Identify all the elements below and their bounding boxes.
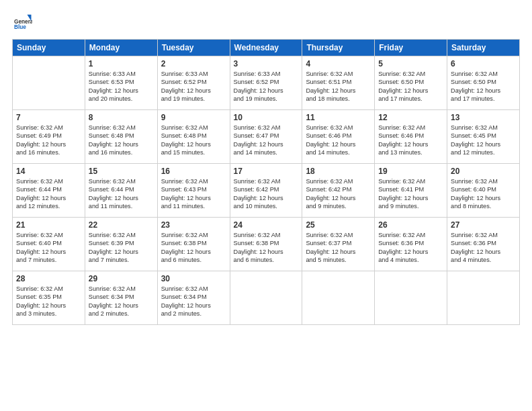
cell-date: 17 [234, 167, 299, 176]
day-header-thursday: Thursday [302, 40, 375, 56]
cell-info: Sunrise: 6:33 AM Sunset: 6:52 PM Dayligh… [234, 70, 299, 103]
cell-date: 13 [451, 113, 516, 122]
cell-info: Sunrise: 6:32 AM Sunset: 6:36 PM Dayligh… [378, 231, 443, 265]
cell-info: Sunrise: 6:32 AM Sunset: 6:43 PM Dayligh… [161, 177, 226, 211]
cell-info: Sunrise: 6:32 AM Sunset: 6:47 PM Dayligh… [234, 124, 299, 157]
cell-info: Sunrise: 6:32 AM Sunset: 6:42 PM Dayligh… [234, 177, 299, 211]
calendar-cell: 12Sunrise: 6:32 AM Sunset: 6:46 PM Dayli… [375, 110, 447, 164]
cell-info: Sunrise: 6:32 AM Sunset: 6:40 PM Dayligh… [451, 177, 516, 211]
cell-date: 10 [234, 113, 299, 122]
calendar-cell: 22Sunrise: 6:32 AM Sunset: 6:39 PM Dayli… [85, 218, 157, 271]
calendar-week-4: 21Sunrise: 6:32 AM Sunset: 6:40 PM Dayli… [13, 218, 520, 271]
day-header-tuesday: Tuesday [157, 40, 230, 56]
calendar-cell: 4Sunrise: 6:32 AM Sunset: 6:51 PM Daylig… [302, 56, 375, 110]
calendar-cell: 15Sunrise: 6:32 AM Sunset: 6:44 PM Dayli… [85, 164, 157, 218]
day-header-wednesday: Wednesday [230, 40, 302, 56]
logo-icon: General Blue [12, 12, 32, 32]
calendar-cell: 10Sunrise: 6:32 AM Sunset: 6:47 PM Dayli… [230, 110, 302, 164]
calendar-cell [230, 271, 302, 325]
day-header-monday: Monday [85, 40, 157, 56]
cell-info: Sunrise: 6:32 AM Sunset: 6:38 PM Dayligh… [161, 231, 226, 265]
calendar-cell: 16Sunrise: 6:32 AM Sunset: 6:43 PM Dayli… [157, 164, 230, 218]
cell-info: Sunrise: 6:32 AM Sunset: 6:46 PM Dayligh… [306, 124, 371, 157]
cell-info: Sunrise: 6:32 AM Sunset: 6:49 PM Dayligh… [16, 124, 81, 157]
cell-date: 18 [306, 167, 371, 176]
calendar-cell: 25Sunrise: 6:32 AM Sunset: 6:37 PM Dayli… [302, 218, 375, 271]
cell-info: Sunrise: 6:32 AM Sunset: 6:48 PM Dayligh… [89, 124, 154, 157]
cell-date: 7 [16, 113, 81, 122]
cell-date: 27 [451, 220, 516, 230]
calendar-cell: 2Sunrise: 6:33 AM Sunset: 6:52 PM Daylig… [157, 56, 230, 110]
cell-info: Sunrise: 6:33 AM Sunset: 6:52 PM Dayligh… [161, 70, 226, 103]
cell-date: 24 [234, 220, 299, 230]
cell-date: 8 [89, 113, 154, 122]
cell-date: 19 [378, 167, 443, 176]
calendar-cell: 19Sunrise: 6:32 AM Sunset: 6:41 PM Dayli… [375, 164, 447, 218]
cell-info: Sunrise: 6:32 AM Sunset: 6:35 PM Dayligh… [16, 285, 81, 318]
cell-info: Sunrise: 6:32 AM Sunset: 6:40 PM Dayligh… [16, 231, 81, 265]
cell-date: 15 [89, 167, 154, 176]
cell-date: 21 [16, 220, 81, 230]
cell-info: Sunrise: 6:32 AM Sunset: 6:46 PM Dayligh… [378, 124, 443, 157]
calendar-cell [302, 271, 375, 325]
cell-date: 12 [378, 113, 443, 122]
calendar-week-3: 14Sunrise: 6:32 AM Sunset: 6:44 PM Dayli… [13, 164, 520, 218]
calendar-cell: 6Sunrise: 6:32 AM Sunset: 6:50 PM Daylig… [447, 56, 520, 110]
cell-date: 3 [234, 59, 299, 68]
calendar-cell [13, 56, 85, 110]
cell-date: 2 [161, 59, 226, 68]
calendar-week-5: 28Sunrise: 6:32 AM Sunset: 6:35 PM Dayli… [13, 271, 520, 325]
day-header-saturday: Saturday [447, 40, 520, 56]
calendar-cell: 5Sunrise: 6:32 AM Sunset: 6:50 PM Daylig… [375, 56, 447, 110]
calendar-week-2: 7Sunrise: 6:32 AM Sunset: 6:49 PM Daylig… [13, 110, 520, 164]
cell-date: 9 [161, 113, 226, 122]
calendar-cell: 9Sunrise: 6:32 AM Sunset: 6:48 PM Daylig… [157, 110, 230, 164]
svg-text:Blue: Blue [14, 24, 26, 30]
cell-date: 30 [161, 274, 226, 283]
calendar-cell: 20Sunrise: 6:32 AM Sunset: 6:40 PM Dayli… [447, 164, 520, 218]
cell-date: 14 [16, 167, 81, 176]
cell-date: 11 [306, 113, 371, 122]
cell-date: 16 [161, 167, 226, 176]
cell-info: Sunrise: 6:32 AM Sunset: 6:42 PM Dayligh… [306, 177, 371, 211]
calendar-cell: 23Sunrise: 6:32 AM Sunset: 6:38 PM Dayli… [157, 218, 230, 271]
calendar-cell: 11Sunrise: 6:32 AM Sunset: 6:46 PM Dayli… [302, 110, 375, 164]
cell-info: Sunrise: 6:32 AM Sunset: 6:37 PM Dayligh… [306, 231, 371, 265]
cell-info: Sunrise: 6:32 AM Sunset: 6:44 PM Dayligh… [16, 177, 81, 211]
cell-info: Sunrise: 6:32 AM Sunset: 6:38 PM Dayligh… [234, 231, 299, 265]
calendar-cell: 21Sunrise: 6:32 AM Sunset: 6:40 PM Dayli… [13, 218, 85, 271]
calendar-cell: 17Sunrise: 6:32 AM Sunset: 6:42 PM Dayli… [230, 164, 302, 218]
cell-date: 23 [161, 220, 226, 230]
calendar-header-row: SundayMondayTuesdayWednesdayThursdayFrid… [13, 40, 520, 56]
calendar-cell: 24Sunrise: 6:32 AM Sunset: 6:38 PM Dayli… [230, 218, 302, 271]
logo: General Blue [12, 12, 35, 32]
calendar-cell: 13Sunrise: 6:32 AM Sunset: 6:45 PM Dayli… [447, 110, 520, 164]
cell-info: Sunrise: 6:32 AM Sunset: 6:50 PM Dayligh… [451, 70, 516, 103]
cell-info: Sunrise: 6:32 AM Sunset: 6:45 PM Dayligh… [451, 124, 516, 157]
calendar-cell: 1Sunrise: 6:33 AM Sunset: 6:53 PM Daylig… [85, 56, 157, 110]
calendar-cell: 30Sunrise: 6:32 AM Sunset: 6:34 PM Dayli… [157, 271, 230, 325]
calendar-container: General Blue SundayMondayTuesdayWednesda… [0, 0, 532, 411]
cell-info: Sunrise: 6:32 AM Sunset: 6:36 PM Dayligh… [451, 231, 516, 265]
calendar-cell: 29Sunrise: 6:32 AM Sunset: 6:34 PM Dayli… [85, 271, 157, 325]
calendar-cell: 26Sunrise: 6:32 AM Sunset: 6:36 PM Dayli… [375, 218, 447, 271]
cell-info: Sunrise: 6:32 AM Sunset: 6:39 PM Dayligh… [89, 231, 154, 265]
cell-date: 25 [306, 220, 371, 230]
calendar-cell: 8Sunrise: 6:32 AM Sunset: 6:48 PM Daylig… [85, 110, 157, 164]
cell-date: 4 [306, 59, 371, 68]
calendar-cell: 14Sunrise: 6:32 AM Sunset: 6:44 PM Dayli… [13, 164, 85, 218]
day-header-sunday: Sunday [13, 40, 85, 56]
day-header-friday: Friday [375, 40, 447, 56]
cell-date: 22 [89, 220, 154, 230]
calendar-cell: 18Sunrise: 6:32 AM Sunset: 6:42 PM Dayli… [302, 164, 375, 218]
cell-info: Sunrise: 6:32 AM Sunset: 6:34 PM Dayligh… [161, 285, 226, 318]
cell-info: Sunrise: 6:32 AM Sunset: 6:34 PM Dayligh… [89, 285, 154, 318]
calendar-cell: 27Sunrise: 6:32 AM Sunset: 6:36 PM Dayli… [447, 218, 520, 271]
cell-date: 1 [89, 59, 154, 68]
calendar-cell: 28Sunrise: 6:32 AM Sunset: 6:35 PM Dayli… [13, 271, 85, 325]
cell-date: 29 [89, 274, 154, 283]
cell-date: 28 [16, 274, 81, 283]
calendar-cell: 3Sunrise: 6:33 AM Sunset: 6:52 PM Daylig… [230, 56, 302, 110]
cell-info: Sunrise: 6:32 AM Sunset: 6:41 PM Dayligh… [378, 177, 443, 211]
cell-info: Sunrise: 6:32 AM Sunset: 6:48 PM Dayligh… [161, 124, 226, 157]
